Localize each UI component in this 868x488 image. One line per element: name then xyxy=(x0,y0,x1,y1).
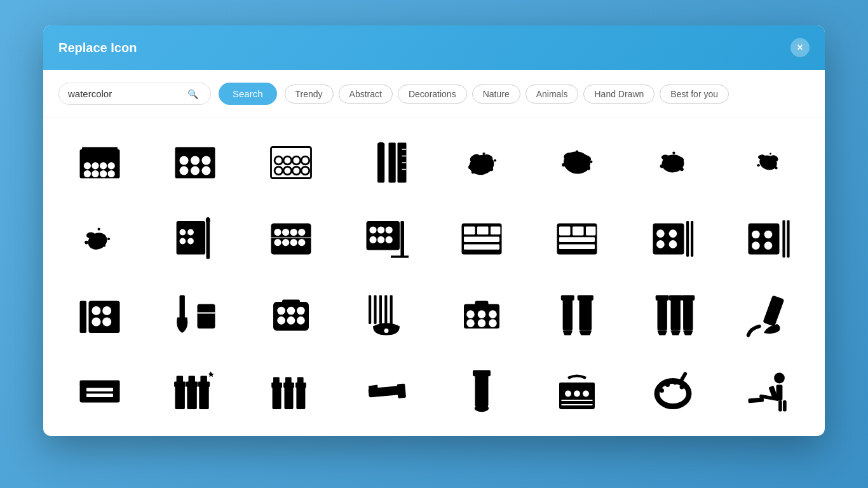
svg-rect-191 xyxy=(475,372,489,407)
icon-brushes-drop[interactable] xyxy=(345,283,428,347)
svg-point-16 xyxy=(202,166,211,175)
svg-point-106 xyxy=(656,229,665,238)
svg-point-66 xyxy=(107,238,110,240)
icon-painter-person[interactable] xyxy=(727,360,810,423)
chip-trendy[interactable]: Trendy xyxy=(285,85,334,104)
svg-point-8 xyxy=(100,170,107,177)
icon-paint-drop[interactable] xyxy=(154,283,236,347)
svg-point-88 xyxy=(369,236,376,243)
svg-rect-149 xyxy=(475,301,489,306)
icon-paint-sticks[interactable] xyxy=(727,207,810,271)
svg-point-113 xyxy=(752,231,760,239)
svg-rect-184 xyxy=(285,377,292,384)
svg-point-22 xyxy=(275,166,283,175)
svg-rect-212 xyxy=(783,400,787,412)
icon-splatter-1[interactable] xyxy=(440,131,523,194)
svg-point-114 xyxy=(764,231,773,239)
svg-rect-190 xyxy=(397,384,406,398)
chip-best-for-you[interactable]: Best for you xyxy=(660,85,729,104)
svg-rect-169 xyxy=(86,394,113,398)
svg-rect-100 xyxy=(559,226,571,235)
chip-animals[interactable]: Animals xyxy=(526,85,579,104)
svg-rect-136 xyxy=(369,295,371,325)
svg-rect-165 xyxy=(763,295,784,327)
svg-point-15 xyxy=(191,166,200,175)
svg-rect-137 xyxy=(374,295,376,325)
icon-tube-flat[interactable] xyxy=(345,360,428,423)
icon-paint-tray-1[interactable] xyxy=(250,207,332,271)
icon-paint-jars[interactable] xyxy=(154,360,236,423)
icon-portable-palette[interactable] xyxy=(250,283,332,347)
icons-area[interactable] xyxy=(43,118,825,436)
svg-rect-175 xyxy=(189,376,196,383)
svg-point-134 xyxy=(287,316,295,325)
svg-point-131 xyxy=(287,307,295,315)
icon-palette-3[interactable] xyxy=(250,131,332,194)
icon-brush-ruler[interactable] xyxy=(345,131,428,194)
chip-hand-drawn[interactable]: Hand Drawn xyxy=(583,85,654,104)
icon-paint-box[interactable] xyxy=(536,360,618,423)
icon-paint-jars-2[interactable] xyxy=(250,360,332,423)
icon-paint-set-brush[interactable] xyxy=(154,207,236,271)
svg-point-12 xyxy=(191,156,200,165)
svg-rect-102 xyxy=(586,226,595,235)
icon-splatter-2[interactable] xyxy=(536,131,618,194)
chip-abstract[interactable]: Abstract xyxy=(339,85,393,104)
icon-palette-flat[interactable] xyxy=(58,360,141,423)
svg-point-82 xyxy=(298,239,305,246)
icon-splatter-5[interactable] xyxy=(58,207,141,271)
svg-rect-173 xyxy=(187,385,197,410)
search-input[interactable] xyxy=(68,88,182,99)
svg-point-7 xyxy=(92,170,99,177)
svg-point-37 xyxy=(468,165,473,170)
svg-point-85 xyxy=(369,226,376,233)
svg-point-197 xyxy=(574,391,580,397)
icon-splatter-3[interactable] xyxy=(632,131,714,194)
close-button[interactable]: × xyxy=(790,38,810,57)
svg-point-147 xyxy=(478,319,486,327)
icon-artist-palette[interactable] xyxy=(632,360,714,423)
icon-paint-tubes-2[interactable] xyxy=(632,283,714,347)
svg-point-146 xyxy=(466,319,475,327)
svg-point-90 xyxy=(385,236,392,243)
modal-body: 🔍 Search Trendy Abstract Decorations Nat… xyxy=(43,70,825,436)
svg-rect-119 xyxy=(80,301,87,333)
svg-point-46 xyxy=(586,166,590,170)
svg-point-4 xyxy=(100,162,107,169)
svg-point-143 xyxy=(466,310,475,318)
svg-rect-101 xyxy=(573,226,584,235)
svg-point-38 xyxy=(490,168,494,172)
svg-marker-152 xyxy=(563,331,573,336)
svg-rect-159 xyxy=(670,297,680,331)
svg-point-77 xyxy=(290,229,297,236)
chip-decorations[interactable]: Decorations xyxy=(398,85,467,104)
icon-watercolor-tray-2[interactable] xyxy=(536,207,618,271)
svg-rect-112 xyxy=(748,224,779,255)
svg-rect-96 xyxy=(491,226,500,234)
icon-palette-1[interactable] xyxy=(58,131,141,194)
icon-watercolor-case[interactable] xyxy=(440,283,523,347)
svg-point-121 xyxy=(92,306,101,315)
icon-paint-circles-sticks[interactable] xyxy=(632,207,714,271)
icon-palette-2[interactable] xyxy=(154,131,236,194)
icon-paint-tubes-1[interactable] xyxy=(536,283,618,347)
icon-splatter-4[interactable] xyxy=(727,131,810,194)
icon-paint-tray-brush[interactable] xyxy=(345,207,428,271)
icon-sticks-palette[interactable] xyxy=(58,283,141,347)
search-button[interactable]: Search xyxy=(219,83,277,105)
icon-tube-squiggle[interactable] xyxy=(727,283,810,347)
svg-point-198 xyxy=(583,391,589,397)
svg-point-205 xyxy=(673,381,677,385)
chip-nature[interactable]: Nature xyxy=(472,85,520,104)
svg-point-124 xyxy=(102,318,111,327)
svg-point-144 xyxy=(478,310,486,318)
svg-point-206 xyxy=(679,385,684,390)
svg-rect-192 xyxy=(473,370,491,376)
svg-point-29 xyxy=(377,142,384,147)
svg-point-75 xyxy=(274,229,281,236)
svg-point-59 xyxy=(775,166,777,169)
svg-point-25 xyxy=(301,166,309,175)
icon-tube-single[interactable] xyxy=(440,360,523,423)
icon-watercolor-tray-1[interactable] xyxy=(440,207,523,271)
svg-point-115 xyxy=(752,241,760,250)
